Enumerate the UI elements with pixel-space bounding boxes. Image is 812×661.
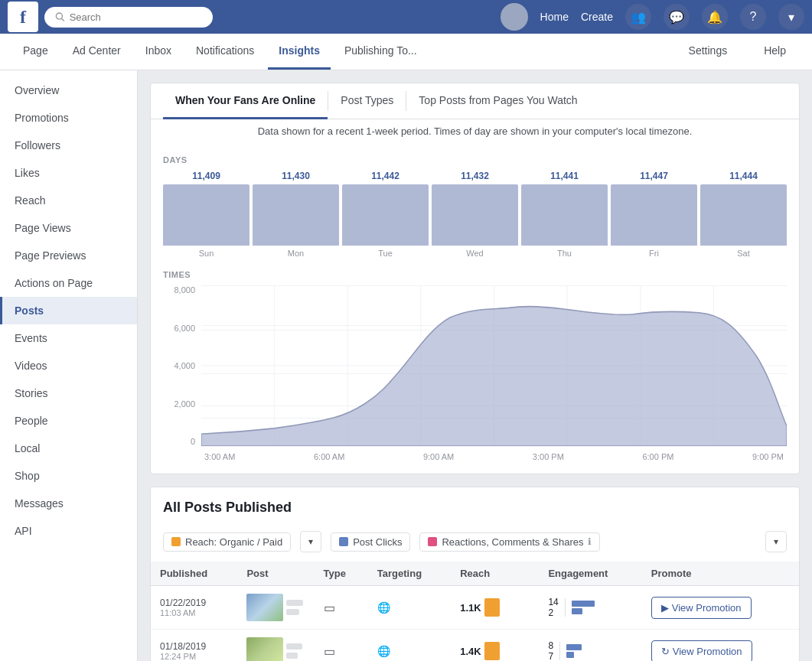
facebook-logo[interactable]: f — [8, 2, 38, 32]
sidebar-item-likes[interactable]: Likes — [0, 159, 137, 187]
sidebar-item-stories[interactable]: Stories — [0, 379, 137, 407]
all-posts-card: All Posts Published Reach: Organic / Pai… — [150, 487, 800, 661]
x-label-6pm: 6:00 PM — [642, 452, 673, 461]
tab-ad-center[interactable]: Ad Center — [62, 34, 132, 70]
engagement-2: 8 7 — [539, 630, 641, 662]
day-value-wed: 11,432 — [461, 171, 489, 181]
filter-more-dropdown[interactable]: ▾ — [765, 531, 787, 552]
post-type-2: ▭ — [315, 630, 368, 662]
day-bar-wed — [432, 184, 518, 246]
sidebar-item-videos[interactable]: Videos — [0, 352, 137, 379]
all-posts-title: All Posts Published — [151, 487, 799, 525]
published-date-1: 01/22/2019 11:03 AM — [151, 586, 237, 630]
tab-inbox[interactable]: Inbox — [135, 34, 182, 70]
sidebar-item-promotions[interactable]: Promotions — [0, 104, 137, 132]
avatar — [501, 3, 528, 31]
bell-icon[interactable]: 🔔 — [702, 4, 728, 30]
sidebar-item-page-views[interactable]: Page Views — [0, 214, 137, 242]
times-chart: 8,000 6,000 4,000 2,000 0 — [163, 285, 787, 461]
day-bar-sun — [163, 184, 249, 246]
post-text-line — [286, 600, 303, 606]
days-section: DAYS 11,409 Sun 11,430 Mon 11,442 — [151, 155, 799, 264]
sidebar-item-reach[interactable]: Reach — [0, 187, 137, 214]
post-image-1 — [246, 594, 283, 621]
day-value-fri: 11,447 — [640, 171, 668, 181]
targeting-2: 🌐 — [368, 630, 451, 662]
time-1: 11:03 AM — [160, 608, 228, 617]
day-bar-tue — [342, 184, 429, 246]
sidebar-item-messages[interactable]: Messages — [0, 490, 137, 517]
tab-notifications[interactable]: Notifications — [185, 34, 265, 70]
reactions-swatch — [428, 537, 437, 546]
search-input[interactable] — [70, 11, 202, 23]
people-icon[interactable]: 👥 — [625, 4, 651, 30]
post-clicks-filter[interactable]: Post Clicks — [331, 532, 410, 552]
help-icon[interactable]: ? — [740, 4, 766, 30]
sidebar-item-local[interactable]: Local — [0, 435, 137, 462]
eng-num-a-2: 8 — [548, 640, 553, 651]
tab-insights[interactable]: Insights — [268, 34, 331, 70]
times-section: TIMES 8,000 6,000 4,000 2,000 0 — [151, 264, 799, 474]
post-clicks-swatch — [339, 537, 348, 546]
day-col-sun: 11,409 Sun — [163, 171, 249, 258]
day-value-tue: 11,442 — [371, 171, 399, 181]
day-label-thu: Thu — [557, 249, 572, 258]
sidebar-item-posts[interactable]: Posts — [0, 297, 137, 324]
tab-help[interactable]: Help — [753, 34, 797, 70]
search-icon — [55, 11, 65, 22]
x-label-6am: 6:00 AM — [314, 452, 344, 461]
tab-publishing[interactable]: Publishing To... — [334, 34, 428, 70]
sidebar-item-events[interactable]: Events — [0, 324, 137, 352]
eng-nums-1: 14 2 — [548, 597, 558, 618]
sidebar-item-page-previews[interactable]: Page Previews — [0, 242, 137, 269]
home-link[interactable]: Home — [540, 11, 569, 23]
messenger-icon[interactable]: 💬 — [664, 4, 690, 30]
reach-value-1: 1.1K — [460, 602, 481, 614]
view-promotion-button-2[interactable]: ↻ View Promotion — [651, 640, 752, 662]
tab-page[interactable]: Page — [12, 34, 59, 70]
day-label-fri: Fri — [649, 249, 659, 258]
globe-icon-1: 🌐 — [377, 601, 390, 614]
tab-settings[interactable]: Settings — [678, 34, 739, 70]
reactions-filter[interactable]: Reactions, Comments & Shares ℹ — [419, 532, 600, 552]
day-col-tue: 11,442 Tue — [342, 171, 429, 258]
reach-bar-2 — [484, 642, 500, 660]
sidebar-item-actions-on-page[interactable]: Actions on Page — [0, 269, 137, 297]
reach-filter[interactable]: Reach: Organic / Paid — [163, 532, 291, 552]
chart-wrapper: 3:00 AM 6:00 AM 9:00 AM 3:00 PM 6:00 PM … — [201, 285, 787, 461]
table-row: 01/22/2019 11:03 AM — [151, 586, 799, 630]
sidebar-item-api[interactable]: API — [0, 517, 137, 545]
x-label-9am: 9:00 AM — [423, 452, 454, 461]
sidebar-item-shop[interactable]: Shop — [0, 462, 137, 490]
x-label-3am: 3:00 AM — [204, 452, 235, 461]
day-col-sat: 11,444 Sat — [700, 171, 787, 258]
day-value-mon: 11,430 — [282, 171, 310, 181]
days-label: DAYS — [163, 155, 787, 164]
view-promotion-button-1[interactable]: ▶ View Promotion — [651, 597, 752, 619]
search-bar[interactable] — [44, 7, 213, 28]
day-bar-sat — [700, 184, 787, 246]
dropdown-icon[interactable]: ▾ — [778, 4, 804, 30]
y-label-4000: 4,000 — [163, 361, 201, 370]
sidebar-item-people[interactable]: People — [0, 407, 137, 435]
col-type: Type — [315, 562, 368, 586]
day-label-tue: Tue — [378, 249, 393, 258]
day-label-wed: Wed — [466, 249, 483, 258]
day-value-thu: 11,441 — [550, 171, 579, 181]
tab-post-types[interactable]: Post Types — [328, 83, 406, 119]
eng-bar-b-1 — [572, 608, 582, 614]
reach-dropdown[interactable]: ▾ — [300, 531, 321, 552]
video-icon: ▭ — [324, 601, 335, 614]
create-link[interactable]: Create — [581, 11, 613, 23]
tab-top-posts[interactable]: Top Posts from Pages You Watch — [406, 83, 589, 119]
tab-fans-online[interactable]: When Your Fans Are Online — [163, 83, 328, 119]
eng-bar-a-1 — [572, 601, 595, 607]
eng-bar-a-2 — [566, 644, 582, 650]
main-content: When Your Fans Are Online Post Types Top… — [138, 70, 812, 661]
sidebar-item-overview[interactable]: Overview — [0, 77, 137, 104]
col-targeting: Targeting — [368, 562, 451, 586]
sidebar-item-followers[interactable]: Followers — [0, 132, 137, 159]
eng-bars-1 — [572, 601, 595, 614]
eng-bars-2 — [566, 644, 582, 658]
reach-1: 1.1K — [451, 586, 539, 630]
